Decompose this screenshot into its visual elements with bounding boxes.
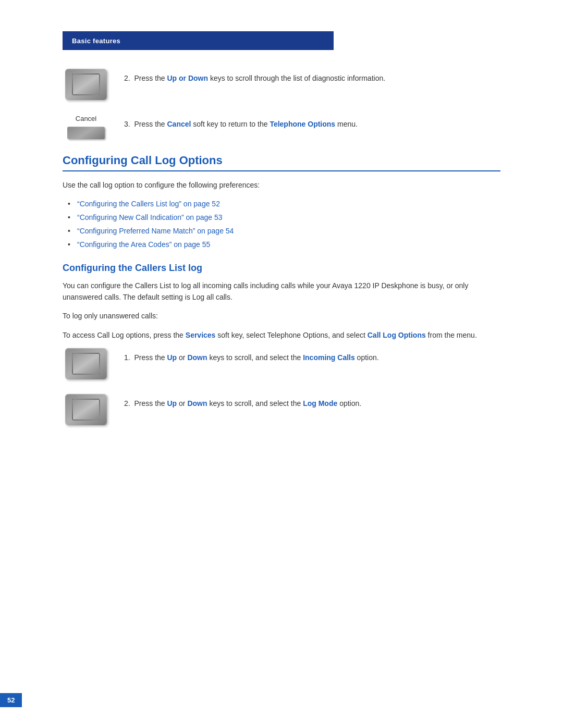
step1-mid: keys to scroll, and select the [207, 353, 303, 362]
nav-button-icon-3 [65, 394, 107, 425]
subsection-heading: Configuring the Callers List log [63, 263, 500, 274]
section-heading: Configuring Call Log Options [63, 154, 500, 171]
step2lm-bold2: Down [187, 399, 207, 408]
subsection-body1: You can configure the Callers List to lo… [63, 280, 500, 303]
bullet-link-4[interactable]: “Configuring the Area Codes” on page 55 [77, 240, 210, 249]
bullet-link-2[interactable]: “Configuring New Call Indication” on pag… [77, 213, 223, 221]
step3-before: Press the [134, 120, 167, 128]
step2lm-end: option. [337, 399, 361, 408]
step-image-incoming [63, 348, 109, 379]
subsection-body2: To log only unanswered calls: [63, 310, 500, 322]
step2-number: 2. [124, 74, 134, 82]
body3-bold1: Services [186, 331, 216, 339]
step2lm-bold1: Up [167, 399, 177, 408]
step-row-incoming: 1. Press the Up or Down keys to scroll, … [63, 348, 500, 379]
section-intro: Use the call log option to configure the… [63, 180, 500, 191]
step-row-updown: 2. Press the Up or Down keys to scroll t… [63, 69, 500, 100]
body3-before: To access Call Log options, press the [63, 331, 186, 339]
step-row-cancel: Cancel 3. Press the Cancel soft key to r… [63, 115, 500, 139]
step-image-navbutton [63, 69, 109, 100]
step3-bold2: Telephone Options [270, 120, 335, 128]
step3-bold1: Cancel [167, 120, 191, 128]
body3-bold2: Call Log Options [368, 331, 426, 339]
soft-key-icon [67, 127, 105, 139]
step2lm-mid: keys to scroll, and select the [207, 399, 303, 408]
step1-callers-text: 1. Press the Up or Down keys to scroll, … [124, 348, 500, 364]
page: Basic features 2. Press the Up or Down k… [0, 0, 563, 728]
step3-text: 3. Press the Cancel soft key to return t… [124, 115, 500, 130]
step2-logmode-text: 2. Press the Up or Down keys to scroll, … [124, 394, 500, 410]
step-row-logmode: 2. Press the Up or Down keys to scroll, … [63, 394, 500, 425]
step2-before: Press the [134, 74, 167, 82]
subsection-body3: To access Call Log options, press the Se… [63, 329, 500, 341]
step1-or: or [177, 353, 187, 362]
page-number: 52 [0, 693, 22, 707]
step2-text: 2. Press the Up or Down keys to scroll t… [124, 69, 500, 84]
step2lm-bold3: Log Mode [303, 399, 337, 408]
body3-mid: soft key, select Telephone Options, and … [215, 331, 367, 339]
step1-bold2: Down [187, 353, 207, 362]
step2-bold1: Up or Down [167, 74, 209, 82]
bullet-item-3: “Configuring Preferred Name Match” on pa… [68, 226, 500, 237]
bullet-link-1[interactable]: “Configuring the Callers List log” on pa… [77, 200, 220, 208]
step3-number: 3. [124, 120, 134, 128]
nav-button-icon-2 [65, 348, 107, 379]
header-banner-text: Basic features [72, 37, 120, 45]
step2lm-number: 2. [124, 399, 134, 408]
nav-button-icon [65, 69, 107, 100]
step1-bold1: Up [167, 353, 177, 362]
bullet-item-4: “Configuring the Area Codes” on page 55 [68, 239, 500, 250]
step3-end: menu. [335, 120, 358, 128]
cancel-label: Cancel [76, 115, 96, 122]
step2lm-or: or [177, 399, 187, 408]
bullet-item-1: “Configuring the Callers List log” on pa… [68, 199, 500, 209]
step1-before: Press the [134, 353, 167, 362]
bullet-list: “Configuring the Callers List log” on pa… [63, 199, 500, 250]
step1-end: option. [355, 353, 379, 362]
step2lm-before: Press the [134, 399, 167, 408]
step1-bold3: Incoming Calls [303, 353, 355, 362]
step3-after: soft key to return to the [191, 120, 270, 128]
step2-after: keys to scroll through the list of diagn… [208, 74, 385, 82]
step-image-cancel: Cancel [63, 115, 109, 139]
step-image-logmode [63, 394, 109, 425]
step1-number: 1. [124, 353, 134, 362]
bullet-link-3[interactable]: “Configuring Preferred Name Match” on pa… [77, 227, 234, 235]
bullet-item-2: “Configuring New Call Indication” on pag… [68, 212, 500, 223]
page-footer: 52 [0, 693, 22, 707]
header-banner: Basic features [63, 31, 334, 50]
body3-end: from the menu. [426, 331, 477, 339]
